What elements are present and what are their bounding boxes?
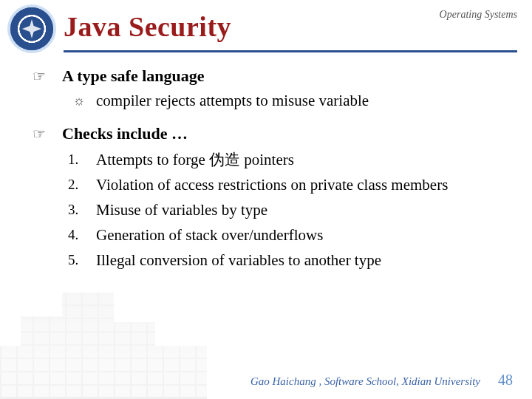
hand-icon: ☞ [33,66,62,86]
list-number: 5. [62,249,96,271]
bullet-text: Illegal conversion of variables to anoth… [96,249,381,271]
numbered-item: 5. Illegal conversion of variables to an… [62,249,511,271]
list-number: 3. [62,199,96,221]
bullet-text: compiler rejects attempts to misuse vari… [96,91,369,110]
list-number: 2. [62,174,96,196]
hand-icon: ☞ [33,123,62,144]
list-number: 4. [62,224,96,246]
bullet-level1: ☞ A type safe language [33,66,511,86]
slide-header: Java Security Operating Systems [0,0,532,49]
bullet-text: Violation of access restrictions on priv… [96,174,448,196]
slide-title: Java Security [64,10,231,43]
university-logo [10,7,53,50]
numbered-item: 4. Generation of stack over/underflows [62,224,511,246]
footer-credit: Gao Haichang , Software School, Xidian U… [250,375,480,388]
bullet-level1: ☞ Checks include … [33,123,511,144]
slide-footer: Gao Haichang , Software School, Xidian U… [250,372,513,389]
numbered-item: 3. Misuse of variables by type [62,199,511,221]
bullet-text: A type safe language [62,66,205,86]
bullet-text: Misuse of variables by type [96,199,267,221]
bullet-text: Attempts to forge 伪造 pointers [96,149,294,171]
slide-body: ☞ A type safe language ☼ compiler reject… [0,52,532,271]
background-watermark [0,281,207,399]
sun-icon: ☼ [62,91,96,110]
bullet-level2: ☼ compiler rejects attempts to misuse va… [62,91,511,110]
bullet-text: Checks include … [62,123,188,144]
bullet-text: Generation of stack over/underflows [96,224,323,246]
page-number: 48 [498,372,513,389]
list-number: 1. [62,149,96,171]
numbered-item: 2. Violation of access restrictions on p… [62,174,511,196]
course-name: Operating Systems [440,9,517,21]
numbered-item: 1. Attempts to forge 伪造 pointers [62,149,511,171]
